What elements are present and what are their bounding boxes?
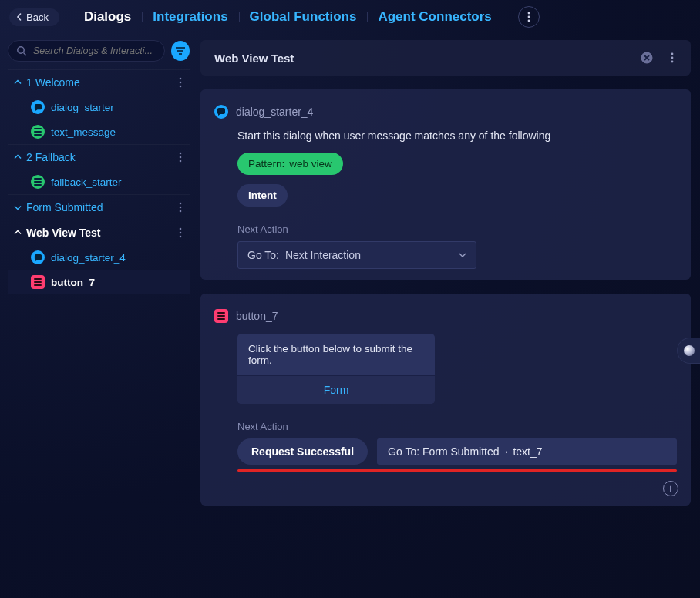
button-icon	[214, 309, 228, 323]
group-menu-button[interactable]	[176, 227, 185, 238]
svg-point-10	[180, 86, 182, 88]
svg-point-19	[180, 236, 182, 238]
kebab-icon	[527, 12, 530, 22]
back-button[interactable]: Back	[9, 8, 59, 26]
more-menu-button[interactable]	[518, 6, 540, 28]
interaction-name: dialog_starter_4	[236, 106, 313, 118]
highlight-underline	[237, 469, 677, 472]
svg-point-12	[180, 156, 182, 159]
tree-item-label: text_message	[51, 126, 116, 138]
nav-tabs: Dialogs Integrations Global Functions Ag…	[73, 9, 503, 25]
interaction-name: button_7	[236, 310, 278, 322]
goto-target[interactable]: Go To: Form Submitted→ text_7	[377, 438, 677, 465]
pattern-label: Pattern:	[248, 158, 284, 170]
tree-item-label: button_7	[51, 277, 95, 288]
intent-chip[interactable]: Intent	[237, 184, 288, 207]
message-text: Click the button below to submit the for…	[237, 334, 435, 376]
svg-point-23	[671, 61, 674, 63]
chevron-down-icon	[459, 251, 466, 259]
group-label: 1 Welcome	[26, 76, 80, 89]
goto-key: Go To:	[247, 249, 279, 261]
tree-item[interactable]: text_message	[8, 119, 190, 144]
tree-item[interactable]: dialog_starter	[8, 95, 190, 119]
svg-point-16	[180, 210, 182, 213]
chevron-up-icon	[14, 79, 22, 86]
svg-point-15	[180, 207, 182, 209]
dialog-menu-button[interactable]	[668, 52, 677, 63]
chat-icon	[31, 100, 45, 114]
next-action-label-2: Next Action	[237, 421, 677, 432]
tree-item-label: dialog_starter	[51, 102, 114, 113]
svg-point-11	[180, 153, 182, 155]
svg-point-14	[180, 203, 182, 205]
filter-icon	[175, 46, 186, 55]
dialog-title: Web View Test	[214, 52, 294, 65]
tree-item-label: fallback_starter	[51, 176, 122, 188]
goto-value: Next Interaction	[285, 249, 361, 261]
svg-point-2	[527, 20, 530, 22]
group-label: 2 Fallback	[26, 151, 76, 163]
svg-point-13	[180, 160, 182, 163]
svg-point-9	[180, 82, 182, 84]
tree-item[interactable]: dialog_starter_4	[8, 245, 190, 270]
chevron-up-icon	[14, 153, 22, 161]
svg-point-21	[671, 53, 674, 55]
chevron-down-icon	[14, 203, 22, 211]
svg-line-4	[24, 53, 27, 56]
tab-global-functions[interactable]: Global Functions	[239, 9, 368, 25]
button-interaction-card: button_7 Click the button below to submi…	[200, 294, 691, 506]
pattern-value: web view	[289, 158, 332, 170]
group-header[interactable]: 2 Fallback	[8, 144, 190, 170]
group-label: Web View Test	[26, 227, 100, 239]
goto-select[interactable]: Go To: Next Interaction	[237, 241, 476, 269]
tab-agent-connectors[interactable]: Agent Connectors	[367, 9, 502, 25]
starter-description: Start this dialog when user message matc…	[237, 129, 677, 142]
tree-item[interactable]: fallback_starter	[8, 170, 190, 194]
next-action-label: Next Action	[237, 223, 677, 235]
chat-icon	[214, 105, 228, 119]
svg-point-0	[527, 12, 530, 15]
back-label: Back	[26, 12, 49, 23]
info-button[interactable]: i	[663, 481, 678, 496]
dialog-header-card: Web View Test	[200, 40, 691, 76]
group-menu-button[interactable]	[176, 202, 185, 213]
pattern-chip[interactable]: Pattern: web view	[237, 153, 343, 175]
group-label: Form Submitted	[26, 201, 103, 213]
message-preview: Click the button below to submit the for…	[237, 334, 435, 404]
request-successful-pill[interactable]: Request Successful	[237, 438, 368, 465]
close-icon[interactable]	[640, 51, 654, 65]
group-menu-button[interactable]	[176, 152, 185, 163]
orb-icon	[684, 345, 695, 356]
tab-dialogs[interactable]: Dialogs	[73, 9, 142, 25]
form-link[interactable]: Form	[237, 376, 435, 404]
text-icon	[31, 125, 45, 139]
svg-point-18	[180, 232, 182, 234]
group-menu-button[interactable]	[176, 77, 185, 88]
filter-button[interactable]	[171, 41, 190, 61]
chat-icon	[31, 250, 45, 264]
chevron-left-icon	[15, 13, 23, 21]
group-header[interactable]: Web View Test	[8, 220, 190, 245]
text-icon	[31, 175, 45, 189]
group-header[interactable]: 1 Welcome	[8, 69, 190, 95]
assistant-float-button[interactable]	[677, 338, 700, 364]
svg-point-3	[18, 47, 24, 53]
svg-point-22	[671, 57, 674, 59]
tree-item-label: dialog_starter_4	[51, 252, 126, 264]
chevron-up-icon	[14, 229, 22, 237]
button-icon	[31, 275, 45, 289]
tree-item[interactable]: button_7	[8, 270, 190, 294]
search-input[interactable]	[32, 45, 156, 57]
group-header[interactable]: Form Submitted	[8, 194, 190, 220]
dialog-starter-card: dialog_starter_4 Start this dialog when …	[200, 89, 691, 280]
svg-point-17	[180, 228, 182, 230]
search-icon	[16, 45, 27, 56]
search-box[interactable]	[8, 40, 165, 62]
svg-point-1	[527, 16, 530, 18]
svg-point-8	[180, 78, 182, 80]
tab-integrations[interactable]: Integrations	[142, 9, 238, 25]
